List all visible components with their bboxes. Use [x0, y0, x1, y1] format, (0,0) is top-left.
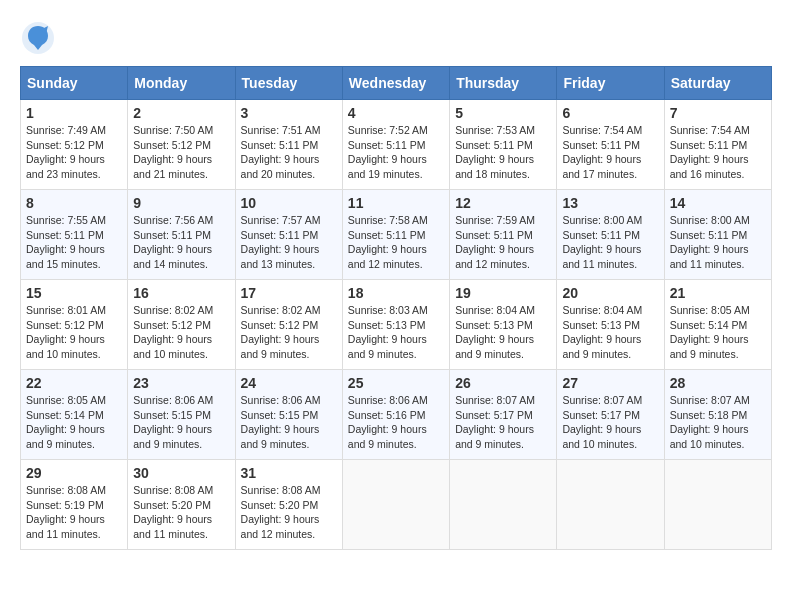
calendar-cell: 14Sunrise: 8:00 AMSunset: 5:11 PMDayligh… [664, 190, 771, 280]
day-number: 2 [133, 105, 229, 121]
calendar-table: SundayMondayTuesdayWednesdayThursdayFrid… [20, 66, 772, 550]
day-number: 25 [348, 375, 444, 391]
calendar-cell: 26Sunrise: 8:07 AMSunset: 5:17 PMDayligh… [450, 370, 557, 460]
calendar-cell: 6Sunrise: 7:54 AMSunset: 5:11 PMDaylight… [557, 100, 664, 190]
calendar-cell: 9Sunrise: 7:56 AMSunset: 5:11 PMDaylight… [128, 190, 235, 280]
calendar-week-2: 8Sunrise: 7:55 AMSunset: 5:11 PMDaylight… [21, 190, 772, 280]
day-number: 31 [241, 465, 337, 481]
calendar-cell: 10Sunrise: 7:57 AMSunset: 5:11 PMDayligh… [235, 190, 342, 280]
day-detail: Sunrise: 8:07 AMSunset: 5:18 PMDaylight:… [670, 393, 766, 452]
calendar-cell: 4Sunrise: 7:52 AMSunset: 5:11 PMDaylight… [342, 100, 449, 190]
logo-icon [20, 20, 56, 56]
calendar-cell: 15Sunrise: 8:01 AMSunset: 5:12 PMDayligh… [21, 280, 128, 370]
calendar-cell: 2Sunrise: 7:50 AMSunset: 5:12 PMDaylight… [128, 100, 235, 190]
day-header-sunday: Sunday [21, 67, 128, 100]
day-header-friday: Friday [557, 67, 664, 100]
calendar-week-1: 1Sunrise: 7:49 AMSunset: 5:12 PMDaylight… [21, 100, 772, 190]
day-header-thursday: Thursday [450, 67, 557, 100]
day-detail: Sunrise: 8:04 AMSunset: 5:13 PMDaylight:… [455, 303, 551, 362]
day-number: 27 [562, 375, 658, 391]
day-detail: Sunrise: 8:06 AMSunset: 5:15 PMDaylight:… [241, 393, 337, 452]
day-detail: Sunrise: 7:49 AMSunset: 5:12 PMDaylight:… [26, 123, 122, 182]
calendar-cell: 28Sunrise: 8:07 AMSunset: 5:18 PMDayligh… [664, 370, 771, 460]
day-number: 10 [241, 195, 337, 211]
day-detail: Sunrise: 8:08 AMSunset: 5:19 PMDaylight:… [26, 483, 122, 542]
day-detail: Sunrise: 8:00 AMSunset: 5:11 PMDaylight:… [670, 213, 766, 272]
calendar-cell: 12Sunrise: 7:59 AMSunset: 5:11 PMDayligh… [450, 190, 557, 280]
header [20, 20, 772, 56]
calendar-cell: 1Sunrise: 7:49 AMSunset: 5:12 PMDaylight… [21, 100, 128, 190]
day-number: 18 [348, 285, 444, 301]
calendar-cell [664, 460, 771, 550]
calendar-cell: 22Sunrise: 8:05 AMSunset: 5:14 PMDayligh… [21, 370, 128, 460]
day-number: 1 [26, 105, 122, 121]
day-number: 14 [670, 195, 766, 211]
day-number: 6 [562, 105, 658, 121]
calendar-cell: 27Sunrise: 8:07 AMSunset: 5:17 PMDayligh… [557, 370, 664, 460]
day-number: 16 [133, 285, 229, 301]
day-detail: Sunrise: 8:05 AMSunset: 5:14 PMDaylight:… [26, 393, 122, 452]
calendar-cell: 18Sunrise: 8:03 AMSunset: 5:13 PMDayligh… [342, 280, 449, 370]
day-number: 4 [348, 105, 444, 121]
day-header-wednesday: Wednesday [342, 67, 449, 100]
day-number: 30 [133, 465, 229, 481]
day-detail: Sunrise: 7:55 AMSunset: 5:11 PMDaylight:… [26, 213, 122, 272]
day-header-saturday: Saturday [664, 67, 771, 100]
day-number: 28 [670, 375, 766, 391]
day-number: 5 [455, 105, 551, 121]
day-header-monday: Monday [128, 67, 235, 100]
day-detail: Sunrise: 8:02 AMSunset: 5:12 PMDaylight:… [241, 303, 337, 362]
day-detail: Sunrise: 8:05 AMSunset: 5:14 PMDaylight:… [670, 303, 766, 362]
day-detail: Sunrise: 8:00 AMSunset: 5:11 PMDaylight:… [562, 213, 658, 272]
day-detail: Sunrise: 8:01 AMSunset: 5:12 PMDaylight:… [26, 303, 122, 362]
day-number: 9 [133, 195, 229, 211]
calendar-cell: 16Sunrise: 8:02 AMSunset: 5:12 PMDayligh… [128, 280, 235, 370]
calendar-cell: 19Sunrise: 8:04 AMSunset: 5:13 PMDayligh… [450, 280, 557, 370]
day-number: 26 [455, 375, 551, 391]
day-number: 20 [562, 285, 658, 301]
calendar-cell [342, 460, 449, 550]
calendar-week-3: 15Sunrise: 8:01 AMSunset: 5:12 PMDayligh… [21, 280, 772, 370]
day-number: 11 [348, 195, 444, 211]
calendar-cell: 21Sunrise: 8:05 AMSunset: 5:14 PMDayligh… [664, 280, 771, 370]
calendar-cell: 17Sunrise: 8:02 AMSunset: 5:12 PMDayligh… [235, 280, 342, 370]
day-detail: Sunrise: 7:57 AMSunset: 5:11 PMDaylight:… [241, 213, 337, 272]
day-detail: Sunrise: 7:54 AMSunset: 5:11 PMDaylight:… [562, 123, 658, 182]
calendar-cell: 7Sunrise: 7:54 AMSunset: 5:11 PMDaylight… [664, 100, 771, 190]
day-detail: Sunrise: 8:08 AMSunset: 5:20 PMDaylight:… [133, 483, 229, 542]
day-detail: Sunrise: 7:53 AMSunset: 5:11 PMDaylight:… [455, 123, 551, 182]
logo [20, 20, 60, 56]
day-detail: Sunrise: 7:50 AMSunset: 5:12 PMDaylight:… [133, 123, 229, 182]
day-detail: Sunrise: 7:56 AMSunset: 5:11 PMDaylight:… [133, 213, 229, 272]
day-detail: Sunrise: 7:59 AMSunset: 5:11 PMDaylight:… [455, 213, 551, 272]
calendar-cell [557, 460, 664, 550]
calendar-cell: 25Sunrise: 8:06 AMSunset: 5:16 PMDayligh… [342, 370, 449, 460]
day-header-tuesday: Tuesday [235, 67, 342, 100]
calendar-cell: 11Sunrise: 7:58 AMSunset: 5:11 PMDayligh… [342, 190, 449, 280]
calendar-cell: 29Sunrise: 8:08 AMSunset: 5:19 PMDayligh… [21, 460, 128, 550]
calendar-cell: 13Sunrise: 8:00 AMSunset: 5:11 PMDayligh… [557, 190, 664, 280]
day-detail: Sunrise: 8:07 AMSunset: 5:17 PMDaylight:… [455, 393, 551, 452]
day-number: 24 [241, 375, 337, 391]
calendar-cell: 23Sunrise: 8:06 AMSunset: 5:15 PMDayligh… [128, 370, 235, 460]
day-number: 19 [455, 285, 551, 301]
calendar-week-5: 29Sunrise: 8:08 AMSunset: 5:19 PMDayligh… [21, 460, 772, 550]
calendar-cell: 31Sunrise: 8:08 AMSunset: 5:20 PMDayligh… [235, 460, 342, 550]
day-number: 3 [241, 105, 337, 121]
calendar-cell: 30Sunrise: 8:08 AMSunset: 5:20 PMDayligh… [128, 460, 235, 550]
calendar-week-4: 22Sunrise: 8:05 AMSunset: 5:14 PMDayligh… [21, 370, 772, 460]
day-detail: Sunrise: 8:04 AMSunset: 5:13 PMDaylight:… [562, 303, 658, 362]
day-detail: Sunrise: 8:02 AMSunset: 5:12 PMDaylight:… [133, 303, 229, 362]
day-detail: Sunrise: 8:06 AMSunset: 5:16 PMDaylight:… [348, 393, 444, 452]
day-number: 13 [562, 195, 658, 211]
day-detail: Sunrise: 8:08 AMSunset: 5:20 PMDaylight:… [241, 483, 337, 542]
day-detail: Sunrise: 8:06 AMSunset: 5:15 PMDaylight:… [133, 393, 229, 452]
day-detail: Sunrise: 7:58 AMSunset: 5:11 PMDaylight:… [348, 213, 444, 272]
day-detail: Sunrise: 8:07 AMSunset: 5:17 PMDaylight:… [562, 393, 658, 452]
day-number: 17 [241, 285, 337, 301]
day-number: 12 [455, 195, 551, 211]
day-detail: Sunrise: 8:03 AMSunset: 5:13 PMDaylight:… [348, 303, 444, 362]
day-number: 22 [26, 375, 122, 391]
day-detail: Sunrise: 7:51 AMSunset: 5:11 PMDaylight:… [241, 123, 337, 182]
day-number: 8 [26, 195, 122, 211]
